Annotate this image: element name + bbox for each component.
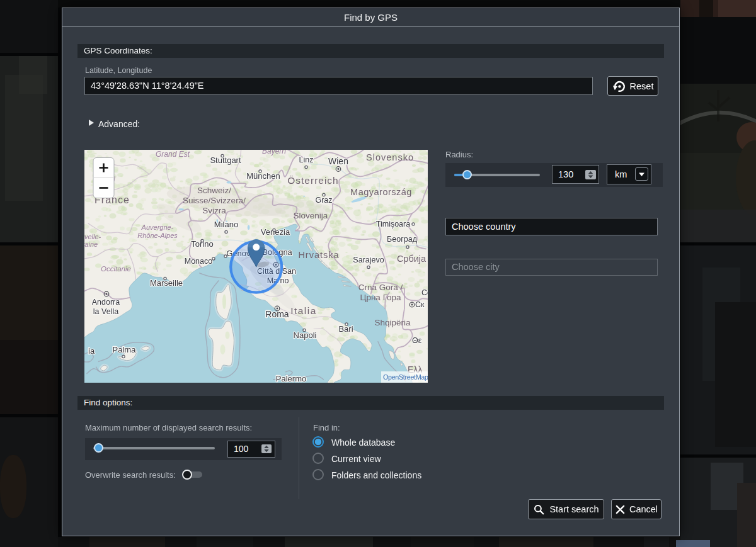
svg-text:Θε: Θε	[412, 336, 422, 345]
svg-text:Napoli: Napoli	[294, 330, 317, 340]
svg-text:Slovenija: Slovenija	[294, 211, 328, 220]
svg-text:itaine: itaine	[84, 240, 98, 248]
svg-text:Linz: Linz	[299, 155, 314, 164]
svg-text:Co: Co	[421, 288, 428, 297]
svg-text:Svizra: Svizra	[202, 206, 226, 215]
svg-text:Venezia: Venezia	[261, 227, 290, 237]
svg-text:Auvergne-: Auvergne-	[141, 223, 174, 231]
svg-text:Crna Gora /: Crna Gora /	[358, 283, 403, 292]
svg-text:Београд: Београд	[387, 235, 418, 244]
svg-text:Slovensko: Slovensko	[366, 152, 414, 162]
svg-text:Palma: Palma	[113, 345, 137, 354]
svg-text:Shqipëria: Shqipëria	[374, 318, 411, 327]
svg-text:Wien: Wien	[328, 156, 348, 166]
svg-text:la Vella: la Vella	[93, 307, 118, 316]
svg-text:Sarajevo: Sarajevo	[353, 256, 384, 264]
svg-text:Andorra: Andorra	[92, 298, 120, 307]
svg-text:Milano: Milano	[214, 220, 238, 229]
svg-text:Occitanie: Occitanie	[101, 265, 131, 273]
svg-text:OpenStreetMap: OpenStreetMap	[383, 373, 428, 381]
svg-text:Schweiz/: Schweiz/	[197, 186, 231, 195]
svg-text:Grand Est: Grand Est	[156, 150, 190, 159]
svg-text:uvelle-: uvelle-	[84, 233, 101, 240]
svg-text:Italia: Italia	[290, 305, 317, 316]
svg-text:Hrvatska: Hrvatska	[298, 250, 339, 260]
svg-text:Österreich: Österreich	[287, 175, 339, 186]
svg-text:Monaco: Monaco	[185, 257, 213, 266]
svg-text:Црна Гора: Црна Гора	[360, 293, 401, 302]
svg-text:Palermo: Palermo	[276, 374, 306, 383]
svg-text:Timişoara: Timişoara	[376, 220, 410, 228]
svg-text:Ск: Ск	[415, 300, 425, 309]
svg-text:Graz: Graz	[315, 196, 332, 205]
svg-text:Stuttgart: Stuttgart	[210, 155, 241, 165]
svg-text:München: München	[246, 171, 280, 181]
svg-text:Rhône-Alpes: Rhône-Alpes	[137, 232, 178, 239]
svg-text:Bayern: Bayern	[262, 150, 286, 155]
svg-text:Suisse/Svizzera/: Suisse/Svizzera/	[183, 196, 246, 205]
svg-text:Србија: Србија	[397, 254, 427, 264]
svg-text:Magyarország: Magyarország	[350, 187, 412, 197]
svg-text:ia: ia	[88, 346, 95, 356]
